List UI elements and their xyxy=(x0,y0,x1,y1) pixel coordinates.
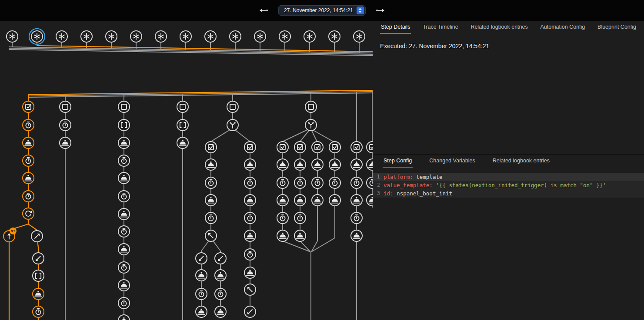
node-service[interactable] xyxy=(244,230,256,241)
node-checkbox-marked[interactable] xyxy=(294,142,306,153)
node-service[interactable] xyxy=(277,195,288,206)
node-arrow-up-left[interactable] xyxy=(205,230,217,241)
node-timer[interactable] xyxy=(33,306,44,317)
next-trace-button[interactable] xyxy=(374,4,387,16)
node-checkbox-marked[interactable] xyxy=(244,142,256,153)
node-asterisk[interactable] xyxy=(81,31,92,42)
node-service[interactable] xyxy=(177,137,188,148)
node-timer[interactable] xyxy=(23,119,34,131)
node-timer[interactable] xyxy=(118,297,130,309)
node-checkbox-marked[interactable] xyxy=(23,101,34,112)
node-service[interactable] xyxy=(329,159,340,170)
node-asterisk[interactable] xyxy=(130,31,142,42)
node-checkbox-blank[interactable] xyxy=(305,101,317,112)
node-brackets[interactable] xyxy=(177,119,188,131)
node-service[interactable] xyxy=(23,172,34,184)
node-service[interactable] xyxy=(294,159,306,170)
node-service[interactable] xyxy=(23,137,34,148)
node-service[interactable] xyxy=(244,195,256,206)
node-service[interactable] xyxy=(196,270,207,281)
node-asterisk[interactable] xyxy=(254,31,266,42)
node-timer[interactable] xyxy=(294,177,306,188)
node-service[interactable] xyxy=(196,306,207,317)
node-asterisk[interactable] xyxy=(354,31,365,42)
code-line-1[interactable]: 1platform: template xyxy=(373,173,644,181)
node-service[interactable] xyxy=(277,230,288,241)
node-service[interactable] xyxy=(367,195,373,206)
node-timer[interactable] xyxy=(294,212,306,224)
node-arrow-down-left[interactable] xyxy=(33,253,44,264)
node-timer[interactable] xyxy=(244,212,256,224)
node-checkbox-marked[interactable] xyxy=(277,142,288,153)
node-service[interactable] xyxy=(294,195,306,206)
node-service[interactable] xyxy=(244,159,256,170)
node-checkbox-marked[interactable] xyxy=(329,142,340,153)
node-brackets[interactable] xyxy=(118,119,130,131)
node-service[interactable] xyxy=(118,137,130,148)
node-timer[interactable] xyxy=(23,191,34,202)
node-service[interactable] xyxy=(351,195,362,206)
node-service[interactable] xyxy=(60,137,71,148)
node-timer[interactable] xyxy=(205,177,217,188)
node-timer[interactable] xyxy=(60,119,71,131)
node-asterisk[interactable] xyxy=(304,31,315,42)
node-asterisk[interactable] xyxy=(279,31,290,42)
tab-related-logbook-entries[interactable]: Related logbook entries xyxy=(492,155,551,168)
node-asterisk[interactable] xyxy=(230,31,241,42)
node-service[interactable] xyxy=(215,306,226,317)
node-timer[interactable] xyxy=(329,177,340,188)
tab-step-config[interactable]: Step Config xyxy=(383,155,413,168)
node-refresh[interactable] xyxy=(23,208,34,219)
node-checkbox-marked[interactable] xyxy=(367,142,373,153)
node-service[interactable] xyxy=(277,159,288,170)
node-checkbox-blank[interactable] xyxy=(227,101,238,112)
node-timer[interactable] xyxy=(118,155,130,166)
node-checkbox-blank[interactable] xyxy=(177,101,188,112)
trace-graph[interactable]: 9+ xyxy=(0,21,373,320)
node-asterisk[interactable] xyxy=(155,31,167,42)
node-timer[interactable] xyxy=(196,288,207,300)
node-split[interactable] xyxy=(305,119,317,131)
node-service[interactable] xyxy=(118,280,130,291)
node-service[interactable] xyxy=(215,270,226,281)
node-service[interactable] xyxy=(205,195,217,206)
previous-trace-button[interactable] xyxy=(257,4,270,16)
node-timer[interactable] xyxy=(367,177,373,188)
node-asterisk[interactable] xyxy=(106,31,117,42)
node-timer[interactable] xyxy=(351,177,362,188)
node-brackets[interactable] xyxy=(33,270,44,281)
tab-blueprint-config[interactable]: Blueprint Config xyxy=(597,21,637,34)
step-config-code[interactable]: 1platform: template2value_template: '{{ … xyxy=(373,173,644,198)
tab-step-details[interactable]: Step Details xyxy=(380,21,411,34)
tab-related-logbook-entries[interactable]: Related logbook entries xyxy=(470,21,528,34)
code-line-3[interactable]: 3id: nspanel_boot_init xyxy=(373,189,644,198)
node-timer[interactable] xyxy=(351,212,362,224)
code-line-2[interactable]: 2value_template: '{{ states(nextion_init… xyxy=(373,181,644,189)
trace-selector[interactable]: 27. November 2022, 14:54:21 xyxy=(278,5,366,16)
node-timer[interactable] xyxy=(205,212,217,224)
node-arrow-up-left[interactable] xyxy=(244,284,256,295)
node-arrow-up-right[interactable] xyxy=(31,231,43,242)
node-checkbox-marked[interactable] xyxy=(205,142,217,153)
node-asterisk[interactable] xyxy=(205,31,216,42)
node-timer[interactable] xyxy=(215,288,226,300)
node-timer[interactable] xyxy=(118,262,130,273)
node-service[interactable] xyxy=(312,195,323,206)
node-asterisk[interactable] xyxy=(29,29,45,44)
node-service[interactable] xyxy=(351,230,362,241)
node-timer[interactable] xyxy=(23,155,34,166)
tab-changed-variables[interactable]: Changed Variables xyxy=(428,155,476,168)
node-arrow-down-left[interactable] xyxy=(215,253,226,264)
node-timer[interactable] xyxy=(244,249,256,260)
node-service[interactable] xyxy=(312,159,323,170)
node-timer[interactable] xyxy=(312,177,323,188)
node-timer[interactable] xyxy=(277,212,288,224)
node-timer[interactable] xyxy=(244,177,256,188)
node-asterisk[interactable] xyxy=(329,31,340,42)
node-service[interactable] xyxy=(118,172,130,184)
node-service[interactable] xyxy=(351,159,362,170)
tab-automation-config[interactable]: Automation Config xyxy=(539,21,586,34)
node-service[interactable] xyxy=(118,208,130,220)
node-service[interactable] xyxy=(205,159,217,170)
node-checkbox-marked[interactable] xyxy=(312,142,323,153)
